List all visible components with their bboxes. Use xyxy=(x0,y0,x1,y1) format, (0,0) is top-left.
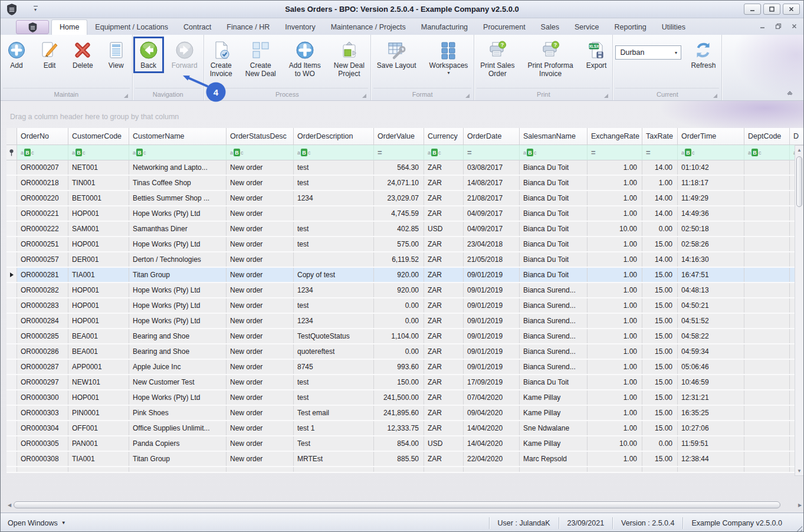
filter-cell-exchangerate[interactable]: = xyxy=(588,145,642,160)
create-invoice-button[interactable]: Create Invoice xyxy=(206,38,236,80)
table-row[interactable]: OR0000297NEW101New Customer TestNew orde… xyxy=(6,375,804,390)
close-button[interactable] xyxy=(783,4,800,15)
workspaces-button[interactable]: Workspaces▾ xyxy=(426,38,472,75)
column-header-orderstatusdesc[interactable]: OrderStatusDesc xyxy=(227,128,294,145)
table-row[interactable]: OR0000304OFF001Office Supplies Unlimit..… xyxy=(6,421,804,436)
dialog-launcher-icon[interactable] xyxy=(124,94,128,98)
filter-cell-ordervalue[interactable]: = xyxy=(374,145,424,160)
filter-cell-deptcode[interactable]: aBc xyxy=(744,145,790,160)
filter-cell-currency[interactable]: aBc xyxy=(424,145,464,160)
column-header-currency[interactable]: Currency xyxy=(424,128,464,145)
export-button[interactable]: XLSXExport xyxy=(583,38,611,71)
collapse-ribbon-button[interactable] xyxy=(782,88,798,97)
dialog-launcher-icon[interactable] xyxy=(362,94,366,98)
tab-reporting[interactable]: Reporting xyxy=(607,20,654,35)
vscroll-thumb[interactable] xyxy=(796,156,802,207)
resize-grip[interactable] xyxy=(795,524,802,531)
refresh-button[interactable]: Refresh xyxy=(687,38,719,71)
horizontal-scrollbar[interactable]: ◀ ▶ xyxy=(5,500,804,510)
filter-cell-customercode[interactable]: aBc xyxy=(68,145,129,160)
tab-maintenance-projects[interactable]: Maintenance / Projects xyxy=(323,20,414,35)
tab-utilities[interactable]: Utilities xyxy=(654,20,693,35)
table-row[interactable]: OR0000284HOP001Hope Works (Pty) LtdNew o… xyxy=(6,314,804,329)
hscroll-thumb[interactable] xyxy=(14,501,780,508)
table-row[interactable]: OR0000222SAM001Samanthas DinerNew ordert… xyxy=(6,222,804,237)
column-header-orderdescription[interactable]: OrderDescription xyxy=(294,128,374,145)
column-header-exchangerate[interactable]: ExchangeRate xyxy=(588,128,642,145)
table-row[interactable]: OR0000300HOP001Hope Works (Pty) LtdNew o… xyxy=(6,390,804,406)
table-row[interactable]: OR0000207NET001Networking and Lapto...Ne… xyxy=(6,160,804,176)
tab-service[interactable]: Service xyxy=(567,20,607,35)
save-layout-button[interactable]: Save Layout xyxy=(373,38,420,71)
dialog-launcher-icon[interactable] xyxy=(713,94,717,98)
table-row[interactable]: OR0000305PAN001Panda CopiersNew orderTes… xyxy=(6,436,804,452)
ribbon-close-icon[interactable] xyxy=(791,23,798,29)
column-header-salesmanname[interactable]: SalesmanName xyxy=(520,128,588,145)
add-items-to-wo-button[interactable]: Add Items to WO xyxy=(285,38,324,80)
tab-home[interactable]: Home xyxy=(51,19,87,35)
filter-cell-salesmanname[interactable]: aBc xyxy=(520,145,588,160)
minimize-button[interactable] xyxy=(744,4,761,15)
application-menu-button[interactable] xyxy=(16,20,49,34)
table-row[interactable]: OR0000251HOP001Hope Works (Pty) LtdNew o… xyxy=(6,237,804,252)
ribbon-minimize-icon[interactable] xyxy=(759,23,766,29)
new-deal-project-button[interactable]: New Deal Project xyxy=(330,38,368,80)
column-header-taxrate[interactable]: TaxRate xyxy=(642,128,678,145)
open-windows-button[interactable]: Open Windows ▼ xyxy=(8,519,66,527)
edit-button[interactable]: Edit xyxy=(36,38,63,71)
scroll-right-icon[interactable]: ▶ xyxy=(796,503,804,508)
table-row[interactable]: OR0000220BET0001Betties Summer Shop ...N… xyxy=(6,191,804,206)
scroll-down-icon[interactable]: ▼ xyxy=(797,467,802,475)
tab-sales[interactable]: Sales xyxy=(533,20,567,35)
delete-button[interactable]: Delete xyxy=(69,38,97,71)
table-row[interactable]: OR0000221HOP001Hope Works (Pty) LtdNew o… xyxy=(6,206,804,222)
ribbon-restore-icon[interactable] xyxy=(775,23,782,29)
view-button[interactable]: View xyxy=(103,38,130,71)
column-header-customercode[interactable]: CustomerCode xyxy=(68,128,129,145)
filter-cell-taxrate[interactable]: = xyxy=(642,145,678,160)
filter-cell-orderstatusdesc[interactable]: aBc xyxy=(227,145,294,160)
table-row[interactable]: OR0000218TIN001Tinas Coffee ShopNew orde… xyxy=(6,176,804,191)
table-row[interactable]: OR0000287APP0001Apple Juice IncNew order… xyxy=(6,360,804,375)
scroll-left-icon[interactable]: ◀ xyxy=(5,503,14,508)
column-header-orderdate[interactable]: OrderDate xyxy=(464,128,520,145)
table-row[interactable]: OR0000303PIN0001Pink ShoesNew orderTest … xyxy=(6,406,804,421)
add-button[interactable]: Add xyxy=(3,38,30,71)
table-row[interactable]: OR0000282HOP001Hope Works (Pty) LtdNew o… xyxy=(6,283,804,298)
filter-pin-icon[interactable] xyxy=(6,145,17,160)
vertical-scrollbar[interactable]: ▲ ▼ xyxy=(795,145,804,476)
quick-access-dropdown-icon[interactable]: ▾ xyxy=(31,5,40,14)
column-header-ordertime[interactable]: OrderTime xyxy=(678,128,744,145)
filter-cell-customername[interactable]: aBc xyxy=(129,145,227,160)
create-new-deal-button[interactable]: Create New Deal xyxy=(242,38,280,80)
column-header-ordervalue[interactable]: OrderValue xyxy=(374,128,424,145)
tab-finance-hr[interactable]: Finance / HR xyxy=(219,20,277,35)
column-header-orderno[interactable]: OrderNo xyxy=(17,128,68,145)
tab-contract[interactable]: Contract xyxy=(176,20,219,35)
filter-cell-orderno[interactable]: aBc xyxy=(17,145,68,160)
filter-cell-orderdescription[interactable]: aBc xyxy=(294,145,374,160)
print-proforma-invoice-button[interactable]: ?Print Proforma Invoice xyxy=(524,38,576,80)
maximize-button[interactable] xyxy=(763,4,780,15)
print-sales-order-button[interactable]: ?Print Sales Order xyxy=(477,38,518,80)
dialog-launcher-icon[interactable] xyxy=(465,94,470,98)
column-header-customername[interactable]: CustomerName xyxy=(129,128,227,145)
column-header-d[interactable]: D xyxy=(790,128,804,145)
filter-cell-orderdate[interactable]: = xyxy=(464,145,520,160)
table-row[interactable]: OR0000286BEA001Bearing and ShoeNew order… xyxy=(6,344,804,360)
dialog-launcher-icon[interactable] xyxy=(604,94,608,98)
filter-cell-ordertime[interactable]: aBc xyxy=(678,145,744,160)
table-row[interactable]: OR0000308TIA001Titan GroupNew orderMRTEs… xyxy=(6,452,804,467)
table-row[interactable]: OR0000283HOP001Hope Works (Pty) LtdNew o… xyxy=(6,298,804,314)
back-button[interactable]: Back xyxy=(135,38,162,71)
column-header-deptcode[interactable]: DeptCode xyxy=(744,128,790,145)
table-row[interactable]: OR0000257DER001Derton / TechnologiesNew … xyxy=(6,252,804,268)
tab-equipment-locations[interactable]: Equipment / Locations xyxy=(87,20,176,35)
scroll-up-icon[interactable]: ▲ xyxy=(797,146,802,155)
table-row[interactable]: OR0000285BEA001Bearing and ShoeNew order… xyxy=(6,329,804,344)
branch-select[interactable]: Durban▾ xyxy=(615,45,681,60)
forward-button[interactable]: Forward xyxy=(168,38,201,71)
tab-procurement[interactable]: Procurement xyxy=(475,20,533,35)
tab-inventory[interactable]: Inventory xyxy=(277,20,323,35)
tab-manufacturing[interactable]: Manufacturing xyxy=(414,20,475,35)
